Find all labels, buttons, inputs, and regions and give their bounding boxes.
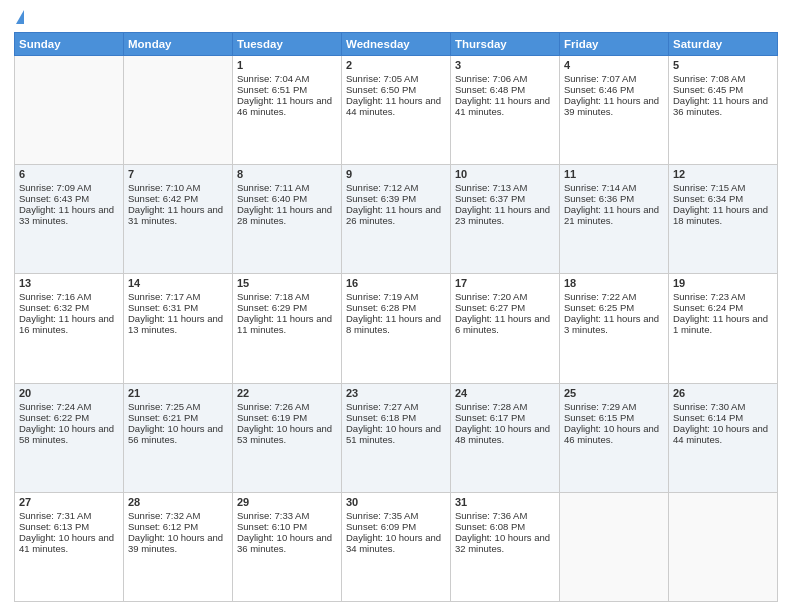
page: SundayMondayTuesdayWednesdayThursdayFrid…	[0, 0, 792, 612]
sunset-text: Sunset: 6:13 PM	[19, 521, 89, 532]
calendar-cell: 21Sunrise: 7:25 AMSunset: 6:21 PMDayligh…	[124, 383, 233, 492]
sunrise-text: Sunrise: 7:05 AM	[346, 73, 418, 84]
calendar-cell: 29Sunrise: 7:33 AMSunset: 6:10 PMDayligh…	[233, 492, 342, 601]
calendar-cell: 19Sunrise: 7:23 AMSunset: 6:24 PMDayligh…	[669, 274, 778, 383]
calendar-cell: 4Sunrise: 7:07 AMSunset: 6:46 PMDaylight…	[560, 56, 669, 165]
daylight-text: Daylight: 11 hours and 3 minutes.	[564, 313, 659, 335]
calendar-cell	[15, 56, 124, 165]
day-number: 12	[673, 168, 773, 180]
calendar-cell: 22Sunrise: 7:26 AMSunset: 6:19 PMDayligh…	[233, 383, 342, 492]
sunset-text: Sunset: 6:39 PM	[346, 193, 416, 204]
daylight-text: Daylight: 10 hours and 56 minutes.	[128, 423, 223, 445]
day-number: 1	[237, 59, 337, 71]
daylight-text: Daylight: 11 hours and 6 minutes.	[455, 313, 550, 335]
sunset-text: Sunset: 6:27 PM	[455, 302, 525, 313]
sunrise-text: Sunrise: 7:30 AM	[673, 401, 745, 412]
sunset-text: Sunset: 6:51 PM	[237, 84, 307, 95]
day-number: 26	[673, 387, 773, 399]
sunrise-text: Sunrise: 7:17 AM	[128, 291, 200, 302]
calendar-cell	[560, 492, 669, 601]
day-number: 3	[455, 59, 555, 71]
sunset-text: Sunset: 6:31 PM	[128, 302, 198, 313]
calendar-weekday-sunday: Sunday	[15, 33, 124, 56]
daylight-text: Daylight: 11 hours and 28 minutes.	[237, 204, 332, 226]
calendar-week-row: 6Sunrise: 7:09 AMSunset: 6:43 PMDaylight…	[15, 165, 778, 274]
day-number: 31	[455, 496, 555, 508]
calendar-cell: 6Sunrise: 7:09 AMSunset: 6:43 PMDaylight…	[15, 165, 124, 274]
sunset-text: Sunset: 6:25 PM	[564, 302, 634, 313]
calendar-week-row: 27Sunrise: 7:31 AMSunset: 6:13 PMDayligh…	[15, 492, 778, 601]
daylight-text: Daylight: 11 hours and 21 minutes.	[564, 204, 659, 226]
calendar-weekday-wednesday: Wednesday	[342, 33, 451, 56]
daylight-text: Daylight: 11 hours and 16 minutes.	[19, 313, 114, 335]
day-number: 27	[19, 496, 119, 508]
calendar-cell: 16Sunrise: 7:19 AMSunset: 6:28 PMDayligh…	[342, 274, 451, 383]
daylight-text: Daylight: 11 hours and 1 minute.	[673, 313, 768, 335]
calendar-week-row: 13Sunrise: 7:16 AMSunset: 6:32 PMDayligh…	[15, 274, 778, 383]
day-number: 10	[455, 168, 555, 180]
daylight-text: Daylight: 11 hours and 31 minutes.	[128, 204, 223, 226]
sunrise-text: Sunrise: 7:11 AM	[237, 182, 309, 193]
sunrise-text: Sunrise: 7:09 AM	[19, 182, 91, 193]
day-number: 16	[346, 277, 446, 289]
sunrise-text: Sunrise: 7:23 AM	[673, 291, 745, 302]
day-number: 8	[237, 168, 337, 180]
daylight-text: Daylight: 11 hours and 39 minutes.	[564, 95, 659, 117]
daylight-text: Daylight: 10 hours and 53 minutes.	[237, 423, 332, 445]
calendar-cell: 5Sunrise: 7:08 AMSunset: 6:45 PMDaylight…	[669, 56, 778, 165]
day-number: 22	[237, 387, 337, 399]
calendar-cell: 15Sunrise: 7:18 AMSunset: 6:29 PMDayligh…	[233, 274, 342, 383]
sunset-text: Sunset: 6:14 PM	[673, 412, 743, 423]
sunset-text: Sunset: 6:37 PM	[455, 193, 525, 204]
sunrise-text: Sunrise: 7:18 AM	[237, 291, 309, 302]
daylight-text: Daylight: 11 hours and 13 minutes.	[128, 313, 223, 335]
sunrise-text: Sunrise: 7:07 AM	[564, 73, 636, 84]
day-number: 4	[564, 59, 664, 71]
daylight-text: Daylight: 11 hours and 11 minutes.	[237, 313, 332, 335]
calendar-week-row: 20Sunrise: 7:24 AMSunset: 6:22 PMDayligh…	[15, 383, 778, 492]
sunrise-text: Sunrise: 7:36 AM	[455, 510, 527, 521]
calendar-weekday-tuesday: Tuesday	[233, 33, 342, 56]
calendar-cell: 8Sunrise: 7:11 AMSunset: 6:40 PMDaylight…	[233, 165, 342, 274]
calendar-cell: 18Sunrise: 7:22 AMSunset: 6:25 PMDayligh…	[560, 274, 669, 383]
logo	[14, 10, 24, 26]
sunset-text: Sunset: 6:21 PM	[128, 412, 198, 423]
sunrise-text: Sunrise: 7:10 AM	[128, 182, 200, 193]
sunset-text: Sunset: 6:50 PM	[346, 84, 416, 95]
sunrise-text: Sunrise: 7:32 AM	[128, 510, 200, 521]
sunset-text: Sunset: 6:09 PM	[346, 521, 416, 532]
day-number: 15	[237, 277, 337, 289]
sunrise-text: Sunrise: 7:28 AM	[455, 401, 527, 412]
header	[14, 10, 778, 26]
day-number: 7	[128, 168, 228, 180]
sunrise-text: Sunrise: 7:20 AM	[455, 291, 527, 302]
sunrise-text: Sunrise: 7:27 AM	[346, 401, 418, 412]
calendar-week-row: 1Sunrise: 7:04 AMSunset: 6:51 PMDaylight…	[15, 56, 778, 165]
day-number: 29	[237, 496, 337, 508]
sunrise-text: Sunrise: 7:16 AM	[19, 291, 91, 302]
sunset-text: Sunset: 6:28 PM	[346, 302, 416, 313]
calendar-cell	[124, 56, 233, 165]
daylight-text: Daylight: 10 hours and 32 minutes.	[455, 532, 550, 554]
sunset-text: Sunset: 6:45 PM	[673, 84, 743, 95]
sunrise-text: Sunrise: 7:19 AM	[346, 291, 418, 302]
day-number: 13	[19, 277, 119, 289]
sunrise-text: Sunrise: 7:26 AM	[237, 401, 309, 412]
daylight-text: Daylight: 11 hours and 41 minutes.	[455, 95, 550, 117]
daylight-text: Daylight: 10 hours and 41 minutes.	[19, 532, 114, 554]
day-number: 25	[564, 387, 664, 399]
calendar-cell: 25Sunrise: 7:29 AMSunset: 6:15 PMDayligh…	[560, 383, 669, 492]
day-number: 17	[455, 277, 555, 289]
sunset-text: Sunset: 6:48 PM	[455, 84, 525, 95]
calendar-cell: 2Sunrise: 7:05 AMSunset: 6:50 PMDaylight…	[342, 56, 451, 165]
calendar-cell: 23Sunrise: 7:27 AMSunset: 6:18 PMDayligh…	[342, 383, 451, 492]
sunset-text: Sunset: 6:17 PM	[455, 412, 525, 423]
daylight-text: Daylight: 11 hours and 46 minutes.	[237, 95, 332, 117]
sunset-text: Sunset: 6:19 PM	[237, 412, 307, 423]
day-number: 24	[455, 387, 555, 399]
calendar-cell: 10Sunrise: 7:13 AMSunset: 6:37 PMDayligh…	[451, 165, 560, 274]
calendar-cell: 13Sunrise: 7:16 AMSunset: 6:32 PMDayligh…	[15, 274, 124, 383]
sunset-text: Sunset: 6:42 PM	[128, 193, 198, 204]
sunrise-text: Sunrise: 7:29 AM	[564, 401, 636, 412]
sunrise-text: Sunrise: 7:15 AM	[673, 182, 745, 193]
